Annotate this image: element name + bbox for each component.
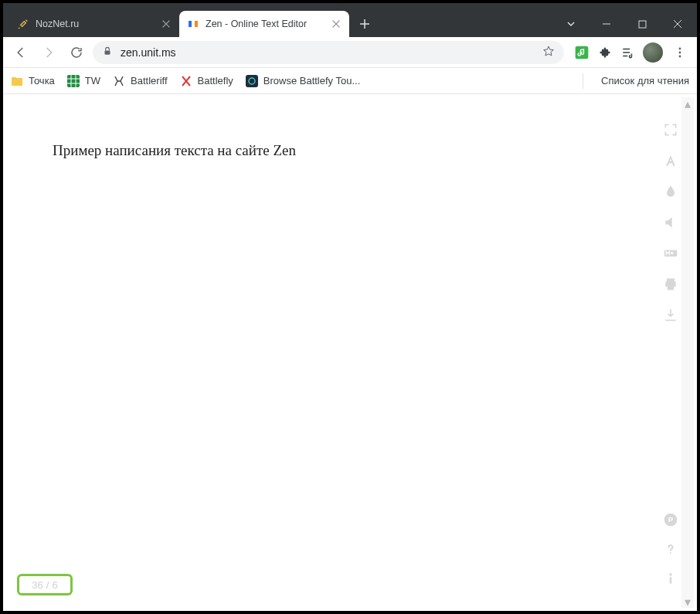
back-button[interactable] <box>9 41 32 64</box>
folder-yellow-icon <box>11 75 23 87</box>
markdown-icon[interactable] <box>661 244 680 263</box>
print-icon[interactable] <box>661 275 680 293</box>
bookmark-battlefy[interactable]: Browse Battlefy Tou... <box>246 75 361 87</box>
reading-list-label: Список для чтения <box>601 75 689 87</box>
bookmark-battleriff[interactable]: Battleriff <box>113 75 167 87</box>
svg-rect-1 <box>195 21 198 27</box>
svg-rect-0 <box>189 21 192 27</box>
titlebar: NozNet.ru Zen - Online Text Editor <box>3 3 697 37</box>
sound-icon[interactable] <box>661 213 680 232</box>
tab-close-icon[interactable] <box>331 19 342 29</box>
download-icon[interactable] <box>661 306 680 324</box>
editor-toolbar-bottom: P <box>661 511 680 588</box>
bookmark-battlefly[interactable]: Battlefly <box>180 75 233 87</box>
tab-title: Zen - Online Text Editor <box>206 19 325 29</box>
word-char-counter: 36 / 6 <box>17 574 73 595</box>
tab-strip: NozNet.ru Zen - Online Text Editor <box>3 3 553 37</box>
svg-rect-9 <box>12 77 16 80</box>
bookmark-label: TW <box>85 75 100 87</box>
svg-rect-18 <box>670 577 672 583</box>
wrench-icon <box>17 18 29 30</box>
svg-rect-2 <box>639 21 646 28</box>
battleriff-icon <box>113 75 125 87</box>
url-text: zen.unit.ms <box>121 46 535 59</box>
bookmarks-divider <box>583 73 583 89</box>
battlefy-icon <box>246 75 258 87</box>
extensions-puzzle-icon[interactable] <box>596 44 613 61</box>
bookmarks-bar: Точка TW Battleriff Battlefly Browse Bat… <box>3 68 697 94</box>
font-icon[interactable] <box>661 151 680 170</box>
extensions-row <box>573 42 691 63</box>
info-icon[interactable] <box>661 569 680 588</box>
vertical-scrollbar[interactable]: ▴ ▾ <box>681 97 694 608</box>
help-icon[interactable] <box>661 540 680 558</box>
bookmark-label: Battleriff <box>131 75 167 87</box>
bookmark-label: Browse Battlefy Tou... <box>263 75 361 87</box>
zen-favicon-icon <box>187 18 199 30</box>
grid-green-icon <box>67 75 80 87</box>
svg-rect-10 <box>67 75 80 87</box>
address-bar[interactable]: zen.unit.ms <box>93 41 564 64</box>
scroll-down-arrow-icon[interactable]: ▾ <box>681 595 694 608</box>
extension-music-icon[interactable] <box>573 44 590 61</box>
new-tab-button[interactable] <box>354 13 375 35</box>
tab-close-icon[interactable] <box>161 19 172 29</box>
bookmark-tw[interactable]: TW <box>67 75 100 87</box>
extension-playlist-icon[interactable] <box>620 44 637 61</box>
bookmark-tochka[interactable]: Точка <box>11 75 55 87</box>
scroll-up-arrow-icon[interactable]: ▴ <box>681 97 694 110</box>
pro-badge-icon[interactable]: P <box>661 511 680 529</box>
tab-title: NozNet.ru <box>36 19 155 29</box>
char-count: 36 <box>32 579 42 591</box>
bookmark-label: Battlefly <box>198 75 233 87</box>
profile-avatar[interactable] <box>643 42 663 63</box>
window-minimize-button[interactable] <box>589 11 624 37</box>
svg-point-6 <box>679 51 681 53</box>
window-close-button[interactable] <box>660 11 695 37</box>
editor-toolbar-right <box>661 120 680 324</box>
forward-button[interactable] <box>37 41 60 64</box>
count-separator: / <box>46 579 49 591</box>
reading-list-button[interactable]: Список для чтения <box>596 75 689 87</box>
drop-icon[interactable] <box>661 182 680 201</box>
page-content: ▴ ▾ Пример написания текста на сайте Zen… <box>6 97 694 608</box>
battlefly-icon <box>180 75 192 87</box>
window-controls <box>553 11 695 37</box>
svg-rect-3 <box>105 50 110 54</box>
svg-point-17 <box>669 573 671 575</box>
editor-text[interactable]: Пример написания текста на сайте Zen <box>53 142 296 159</box>
svg-rect-11 <box>246 75 258 87</box>
tab-noznet[interactable]: NozNet.ru <box>9 11 179 37</box>
bookmark-star-icon[interactable] <box>542 45 555 59</box>
svg-point-7 <box>679 55 681 57</box>
window-maximize-button[interactable] <box>624 11 660 37</box>
browser-menu-button[interactable] <box>669 42 691 63</box>
fullscreen-icon[interactable] <box>661 120 680 139</box>
svg-text:P: P <box>668 516 673 524</box>
svg-point-5 <box>679 47 681 49</box>
word-count: 6 <box>52 579 57 591</box>
browser-toolbar: zen.unit.ms <box>3 37 697 68</box>
tab-zen[interactable]: Zen - Online Text Editor <box>179 11 349 37</box>
window-tab-dropdown[interactable] <box>553 11 589 37</box>
reload-button[interactable] <box>65 41 88 64</box>
bookmark-label: Точка <box>29 75 55 87</box>
lock-icon <box>102 46 113 59</box>
